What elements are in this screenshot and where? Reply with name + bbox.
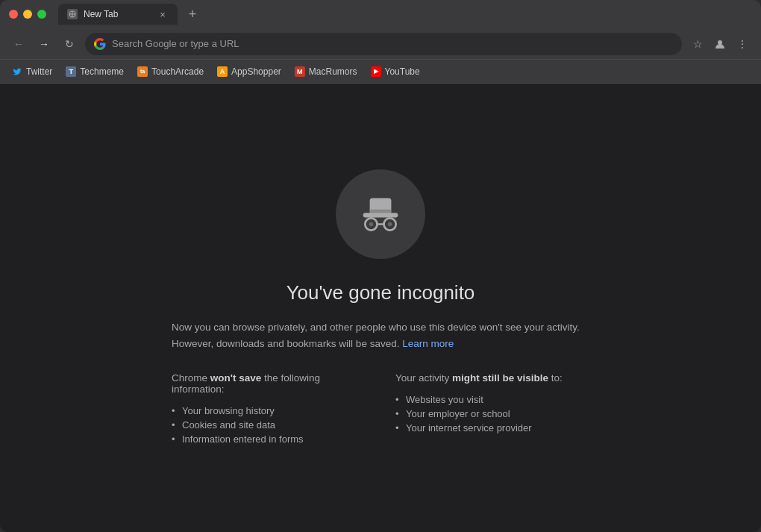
tab-close-button[interactable]: ×	[157, 8, 169, 20]
address-bar[interactable]: Search Google or type a URL	[85, 33, 682, 55]
bookmark-toucharcade-label: TouchArcade	[151, 66, 204, 77]
bookmark-techmeme[interactable]: T Techmeme	[60, 64, 130, 79]
list-item: Your employer or school	[395, 407, 589, 421]
bookmark-macrumors-label: MacRumors	[309, 66, 357, 77]
macrumors-favicon: M	[295, 66, 305, 77]
bookmark-appshopper-label: AppShopper	[231, 66, 281, 77]
incognito-title: You've gone incognito	[172, 281, 589, 304]
minimize-button[interactable]	[23, 10, 32, 19]
toolbar-right: ☆ ⋮	[688, 34, 752, 54]
visible-column: Your activity might still be visible to:…	[395, 372, 589, 446]
main-content: You've gone incognito Now you can browse…	[0, 84, 761, 532]
bookmark-youtube-label: YouTube	[385, 66, 420, 77]
forward-button[interactable]: →	[34, 34, 54, 54]
list-item: Information entered in forms	[172, 432, 366, 446]
toucharcade-favicon: ta	[137, 66, 148, 77]
reload-button[interactable]: ↻	[60, 34, 79, 54]
profile-button[interactable]	[710, 34, 730, 54]
info-columns: Chrome won't save the following informat…	[172, 372, 589, 446]
bookmark-techmeme-label: Techmeme	[80, 66, 124, 77]
new-tab-button[interactable]: +	[184, 5, 201, 23]
bookmark-youtube[interactable]: ▶ YouTube	[365, 64, 426, 79]
svg-point-10	[369, 222, 373, 226]
google-icon	[94, 38, 106, 50]
visible-list: Websites you visit Your employer or scho…	[395, 392, 589, 435]
bookmark-twitter-label: Twitter	[26, 66, 52, 77]
incognito-icon	[336, 169, 425, 259]
incognito-container: You've gone incognito Now you can browse…	[157, 154, 604, 461]
incognito-description: Now you can browse privately, and other …	[172, 319, 589, 351]
bookmarks-bar: Twitter T Techmeme ta TouchArcade A AppS…	[0, 60, 761, 84]
menu-button[interactable]: ⋮	[733, 34, 752, 54]
active-tab[interactable]: New Tab ×	[58, 4, 178, 25]
bookmark-macrumors[interactable]: M MacRumors	[289, 64, 363, 79]
bookmark-appshopper[interactable]: A AppShopper	[211, 64, 287, 79]
address-text: Search Google or type a URL	[112, 38, 239, 49]
tab-favicon	[67, 9, 78, 19]
list-item: Websites you visit	[395, 392, 589, 407]
traffic-lights	[9, 10, 46, 19]
visible-title: Your activity might still be visible to:	[395, 372, 589, 384]
back-button[interactable]: ←	[9, 34, 28, 54]
toolbar: ← → ↻ Search Google or type a URL ☆ ⋮	[0, 28, 761, 60]
wont-save-column: Chrome won't save the following informat…	[172, 372, 366, 446]
maximize-button[interactable]	[37, 10, 46, 19]
close-button[interactable]	[9, 10, 18, 19]
wont-save-list: Your browsing history Cookies and site d…	[172, 404, 366, 446]
wont-save-title: Chrome won't save the following informat…	[172, 372, 366, 395]
twitter-favicon	[12, 66, 22, 77]
titlebar: New Tab × +	[0, 0, 761, 28]
svg-point-11	[388, 222, 392, 226]
svg-rect-6	[370, 210, 392, 213]
bookmark-toucharcade[interactable]: ta TouchArcade	[131, 64, 210, 79]
appshopper-favicon: A	[217, 66, 228, 77]
list-item: Your browsing history	[172, 404, 366, 418]
bookmark-star-button[interactable]: ☆	[688, 34, 707, 54]
list-item: Cookies and site data	[172, 418, 366, 432]
bookmark-twitter[interactable]: Twitter	[6, 64, 58, 79]
techmeme-favicon: T	[66, 66, 76, 77]
youtube-favicon: ▶	[371, 66, 381, 77]
list-item: Your internet service provider	[395, 421, 589, 435]
tab-title: New Tab	[84, 9, 118, 19]
learn-more-link[interactable]: Learn more	[402, 338, 454, 349]
